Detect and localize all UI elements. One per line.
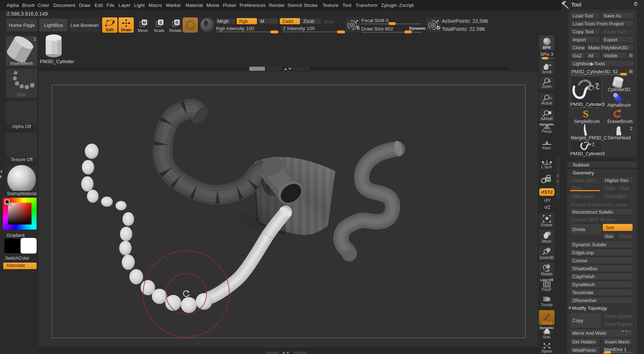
svg-text:S: S [583, 108, 589, 119]
